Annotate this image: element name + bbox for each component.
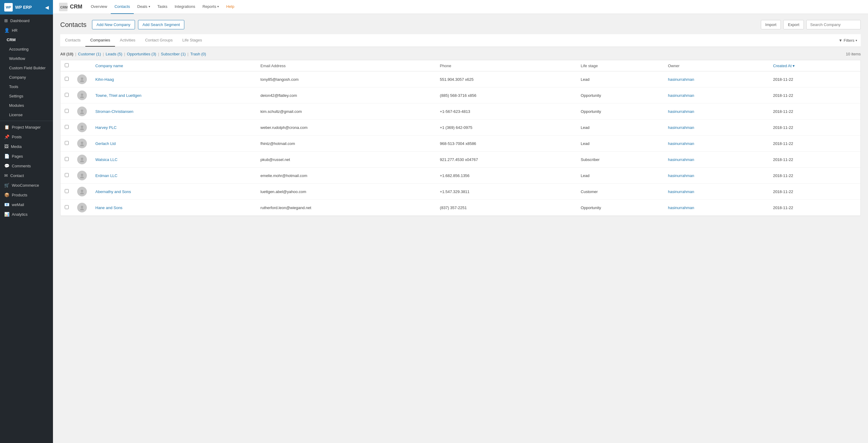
filter-subscriber[interactable]: Subscriber (1) (161, 52, 186, 56)
row-email-1: deion42@flatley.com (256, 88, 436, 103)
row-checkbox-8[interactable] (65, 205, 69, 209)
row-company-name-0[interactable]: Kihn-Haag (91, 71, 256, 88)
search-company-input[interactable] (806, 20, 861, 29)
svg-point-6 (81, 109, 83, 112)
topnav-item-tasks[interactable]: Tasks (154, 0, 171, 14)
row-owner-3[interactable]: hasinurrahman (664, 120, 769, 135)
sidebar-item-crm[interactable]: CRM (0, 35, 53, 44)
sidebar-item-contact[interactable]: ✉Contact (0, 171, 53, 180)
sidebar-item-modules[interactable]: Modules (0, 101, 53, 110)
export-button[interactable]: Export (783, 20, 804, 29)
sidebar-item-comments[interactable]: 💬Comments (0, 161, 53, 171)
sidebar-item-accounting[interactable]: Accounting (0, 44, 53, 54)
sidebar-item-project-manager[interactable]: 📋Project Manager (0, 122, 53, 132)
filter-opportunities[interactable]: Opportunities (3) (127, 52, 156, 56)
row-owner-4[interactable]: hasinurrahman (664, 135, 769, 152)
col-company-name[interactable]: Company name (91, 60, 256, 71)
topnav-item-deals[interactable]: Deals▾ (134, 0, 154, 14)
header-right: Import Export (761, 20, 861, 29)
avatar-7 (77, 187, 87, 196)
sidebar-item-dashboard[interactable]: ⊞Dashboard (0, 16, 53, 25)
sidebar-item-tools[interactable]: Tools (0, 82, 53, 91)
tab-companies[interactable]: Companies (85, 34, 115, 46)
row-owner-2[interactable]: hasinurrahman (664, 103, 769, 120)
row-email-8: rutherford.leon@wiegand.net (256, 200, 436, 216)
sidebar-label-products: Products (12, 193, 27, 197)
topnav-label-help: Help (226, 4, 234, 9)
select-all-checkbox[interactable] (65, 63, 69, 67)
col-life-stage: Life stage (577, 60, 664, 71)
row-checkbox-1[interactable] (65, 93, 69, 97)
add-new-company-button[interactable]: Add New Company (92, 20, 135, 29)
sidebar-item-posts[interactable]: 📌Posts (0, 132, 53, 141)
sidebar-item-products[interactable]: 📦Products (0, 190, 53, 200)
row-owner-6[interactable]: hasinurrahman (664, 168, 769, 184)
row-owner-8[interactable]: hasinurrahman (664, 200, 769, 216)
row-email-3: weber.rudolph@crona.com (256, 120, 436, 135)
sidebar-item-license[interactable]: License (0, 110, 53, 120)
row-checkbox-3[interactable] (65, 125, 69, 129)
sidebar-header[interactable]: WP WP ERP ◀ (0, 0, 53, 14)
filter-customer[interactable]: Customer (1) (78, 52, 101, 56)
row-company-name-4[interactable]: Gerlach Ltd (91, 135, 256, 152)
sidebar-item-settings[interactable]: Settings (0, 91, 53, 101)
row-created-at-1: 2018-11-22 (769, 88, 861, 103)
tab-contacts[interactable]: Contacts (60, 34, 85, 46)
tab-contact-groups[interactable]: Contact Groups (140, 34, 177, 46)
sidebar-item-analytics[interactable]: 📊Analytics (0, 210, 53, 219)
sidebar-item-workflow[interactable]: Workflow (0, 54, 53, 63)
row-company-name-7[interactable]: Abernathy and Sons (91, 184, 256, 200)
sidebar-item-company[interactable]: Company (0, 73, 53, 82)
tab-life-stages[interactable]: Life Stages (177, 34, 207, 46)
row-owner-7[interactable]: hasinurrahman (664, 184, 769, 200)
filter-trash[interactable]: Trash (0) (190, 52, 206, 56)
row-company-name-3[interactable]: Harvey PLC (91, 120, 256, 135)
row-company-name-2[interactable]: Stroman-Christiansen (91, 103, 256, 120)
col-created-at[interactable]: Created At ▾ (769, 60, 861, 71)
row-checkbox-4[interactable] (65, 141, 69, 145)
row-checkbox-7[interactable] (65, 189, 69, 193)
row-company-name-8[interactable]: Hane and Sons (91, 200, 256, 216)
row-checkbox-2[interactable] (65, 109, 69, 113)
sidebar-item-custom-field-builder[interactable]: Custom Field Builder (0, 63, 53, 73)
sidebar-toggle-icon[interactable]: ◀ (45, 4, 49, 10)
svg-point-7 (80, 112, 84, 114)
filter-leads[interactable]: Leads (5) (105, 52, 122, 56)
sidebar-icon-wemail: 📧 (4, 202, 9, 207)
sidebar-label-workflow: Workflow (9, 56, 25, 61)
row-avatar-6 (73, 168, 91, 184)
add-search-segment-button[interactable]: Add Search Segment (138, 20, 185, 29)
row-owner-0[interactable]: hasinurrahman (664, 71, 769, 88)
topnav-item-help[interactable]: Help (222, 0, 238, 14)
filters-button[interactable]: ▼ Filters ▾ (839, 38, 861, 43)
filter-all[interactable]: All (10) (60, 52, 73, 56)
row-owner-5[interactable]: hasinurrahman (664, 152, 769, 168)
sidebar-item-hr[interactable]: 👤HR (0, 25, 53, 35)
row-company-name-6[interactable]: Erdman LLC (91, 168, 256, 184)
sidebar-item-media[interactable]: 🖼Media (0, 141, 53, 151)
svg-point-4 (81, 94, 83, 96)
avatar-1 (77, 91, 87, 100)
sidebar-item-wemail[interactable]: 📧weMail (0, 200, 53, 210)
row-checkbox-5[interactable] (65, 157, 69, 161)
chevron-deals-icon: ▾ (149, 5, 150, 8)
topnav-item-overview[interactable]: Overview (87, 0, 111, 14)
topnav-item-integrations[interactable]: Integrations (171, 0, 199, 14)
tab-activities[interactable]: Activities (115, 34, 140, 46)
topnav-item-reports[interactable]: Reports▾ (199, 0, 223, 14)
sidebar-icon-comments: 💬 (4, 163, 9, 168)
table-head: Company name Email Address Phone Life st… (61, 60, 861, 71)
import-button[interactable]: Import (761, 20, 781, 29)
row-checkbox-6[interactable] (65, 173, 69, 177)
content-area: Contacts Add New Company Add Search Segm… (53, 14, 868, 443)
sidebar-item-pages[interactable]: 📄Pages (0, 151, 53, 161)
row-company-name-1[interactable]: Towne, Thiel and Luettgen (91, 88, 256, 103)
sidebar-label-pages: Pages (12, 154, 23, 159)
sidebar-label-company: Company (9, 75, 26, 80)
row-company-name-5[interactable]: Watsica LLC (91, 152, 256, 168)
row-owner-1[interactable]: hasinurrahman (664, 88, 769, 103)
sidebar-item-woocommerce[interactable]: 🛒WooCommerce (0, 180, 53, 190)
row-checkbox-0[interactable] (65, 77, 69, 81)
topnav-item-contacts[interactable]: Contacts (111, 0, 133, 14)
row-avatar-2 (73, 103, 91, 120)
